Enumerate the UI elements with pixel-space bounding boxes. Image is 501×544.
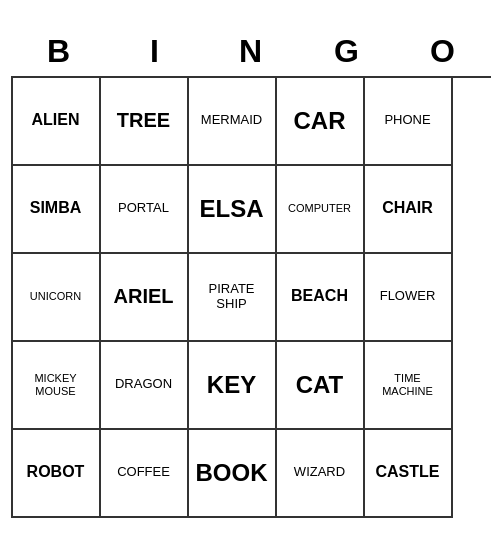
bingo-cell: TIME MACHINE [365,342,453,430]
cell-label: COFFEE [117,465,170,480]
cell-label: FLOWER [380,289,436,304]
cell-label: MERMAID [201,113,262,128]
bingo-cell: COMPUTER [277,166,365,254]
cell-label: PORTAL [118,201,169,216]
bingo-row: MICKEY MOUSEDRAGONKEYCATTIME MACHINE [13,342,491,430]
cell-label: TIME MACHINE [369,372,447,397]
bingo-letter: I [111,33,199,70]
cell-label: CAR [294,107,346,135]
bingo-cell: CHAIR [365,166,453,254]
bingo-letter: B [15,33,103,70]
bingo-cell: ELSA [189,166,277,254]
bingo-cell: UNICORN [13,254,101,342]
cell-label: PIRATE SHIP [193,282,271,312]
bingo-cell: CASTLE [365,430,453,518]
cell-label: CHAIR [382,199,433,217]
bingo-cell: MERMAID [189,78,277,166]
bingo-header: BINGO [11,27,491,76]
bingo-letter: G [303,33,391,70]
bingo-cell: FLOWER [365,254,453,342]
bingo-cell: ARIEL [101,254,189,342]
cell-label: ELSA [199,195,263,223]
bingo-cell: KEY [189,342,277,430]
bingo-cell: ALIEN [13,78,101,166]
bingo-row: SIMBAPORTALELSACOMPUTERCHAIR [13,166,491,254]
bingo-row: ALIENTREEMERMAIDCARPHONE [13,78,491,166]
bingo-cell: WIZARD [277,430,365,518]
cell-label: PHONE [384,113,430,128]
cell-label: ROBOT [27,463,85,481]
cell-label: BOOK [196,459,268,487]
cell-label: CAT [296,371,344,399]
bingo-cell: TREE [101,78,189,166]
cell-label: ALIEN [32,111,80,129]
bingo-cell: CAR [277,78,365,166]
bingo-row: UNICORNARIELPIRATE SHIPBEACHFLOWER [13,254,491,342]
bingo-cell: BEACH [277,254,365,342]
cell-label: KEY [207,371,256,399]
bingo-cell: PORTAL [101,166,189,254]
bingo-card: BINGO ALIENTREEMERMAIDCARPHONESIMBAPORTA… [11,27,491,518]
cell-label: WIZARD [294,465,345,480]
cell-label: CASTLE [376,463,440,481]
cell-label: ARIEL [114,285,174,308]
bingo-grid: ALIENTREEMERMAIDCARPHONESIMBAPORTALELSAC… [11,76,491,518]
bingo-cell: COFFEE [101,430,189,518]
bingo-cell: CAT [277,342,365,430]
cell-label: TREE [117,109,170,132]
cell-label: SIMBA [30,199,82,217]
bingo-cell: BOOK [189,430,277,518]
cell-label: BEACH [291,287,348,305]
bingo-letter: O [399,33,487,70]
bingo-cell: PHONE [365,78,453,166]
bingo-cell: SIMBA [13,166,101,254]
bingo-row: ROBOTCOFFEEBOOKWIZARDCASTLE [13,430,491,518]
cell-label: COMPUTER [288,202,351,215]
cell-label: UNICORN [30,290,81,303]
bingo-letter: N [207,33,295,70]
bingo-cell: DRAGON [101,342,189,430]
cell-label: MICKEY MOUSE [17,372,95,397]
bingo-cell: MICKEY MOUSE [13,342,101,430]
bingo-cell: PIRATE SHIP [189,254,277,342]
cell-label: DRAGON [115,377,172,392]
bingo-cell: ROBOT [13,430,101,518]
